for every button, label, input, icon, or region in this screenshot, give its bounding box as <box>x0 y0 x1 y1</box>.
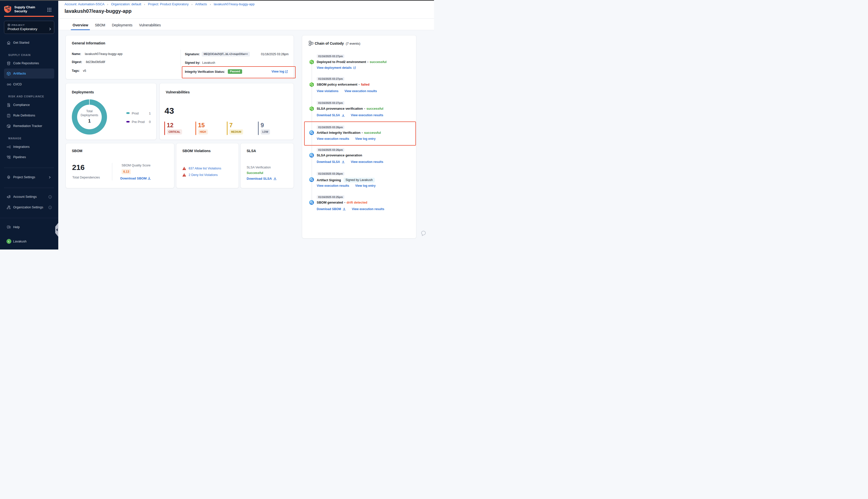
svg-text:?: ? <box>8 226 9 228</box>
